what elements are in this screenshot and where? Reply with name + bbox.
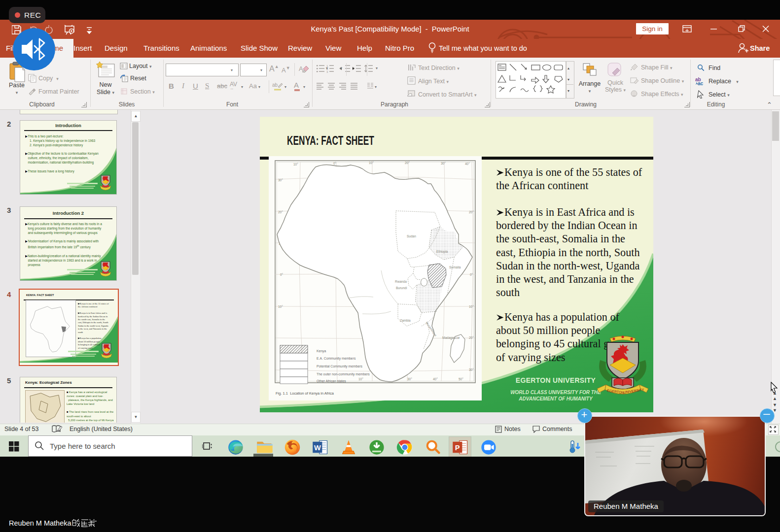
svg-text:20°: 20°	[469, 336, 474, 339]
svg-text:20°: 20°	[278, 210, 283, 214]
svg-text:20°: 20°	[469, 210, 474, 214]
svg-text:The outer non-community member: The outer non-community members	[317, 372, 370, 376]
svg-text:30°: 30°	[441, 162, 446, 165]
svg-text:Kenya: Kenya	[317, 349, 326, 353]
svg-text:3: 3	[326, 70, 328, 73]
svg-text:ac: ac	[698, 81, 704, 86]
svg-text:10°: 10°	[278, 305, 283, 308]
svg-text:Ethiopia: Ethiopia	[436, 250, 448, 254]
svg-text:50°: 50°	[459, 377, 463, 381]
svg-text:Zambia: Zambia	[400, 319, 411, 322]
svg-text:Fig. 1.1 Location of Kenya in: Fig. 1.1 Location of Kenya in Africa	[276, 391, 334, 396]
svg-text:10°: 10°	[293, 163, 298, 166]
svg-text:W: W	[314, 444, 321, 452]
svg-text:Other African states: Other African states	[317, 379, 346, 383]
svg-text:Burundi: Burundi	[396, 286, 407, 290]
svg-text:30°: 30°	[469, 368, 474, 371]
svg-text:0°: 0°	[470, 273, 473, 276]
svg-text:P: P	[455, 444, 460, 452]
svg-text:30°: 30°	[407, 377, 412, 381]
svg-text:Potential Community members: Potential Community members	[317, 365, 363, 368]
svg-text:ab: ab	[272, 82, 278, 88]
svg-text:40°: 40°	[465, 162, 470, 166]
svg-text:0°: 0°	[333, 162, 337, 165]
svg-text:0°: 0°	[280, 273, 284, 276]
svg-text:Sudan: Sudan	[407, 234, 416, 238]
svg-text:E.A. Community members: E.A. Community members	[317, 357, 356, 361]
svg-text:20°: 20°	[405, 161, 410, 165]
svg-text:10°: 10°	[369, 161, 374, 165]
svg-text:30°: 30°	[278, 178, 283, 182]
svg-text:10°: 10°	[469, 305, 474, 308]
svg-text:10°: 10°	[358, 377, 363, 381]
svg-text:Madagascar: Madagascar	[442, 336, 461, 340]
svg-text:40°: 40°	[433, 377, 438, 381]
svg-text:Rwanda: Rwanda	[395, 280, 407, 283]
svg-text:Somalia: Somalia	[449, 266, 461, 269]
